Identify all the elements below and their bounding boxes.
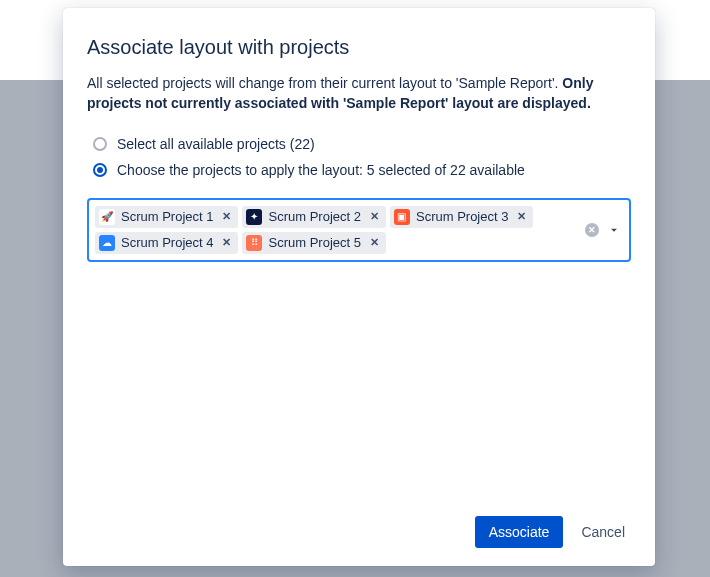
cancel-button[interactable]: Cancel [575, 516, 631, 548]
description-text: All selected projects will change from t… [87, 75, 562, 91]
close-icon[interactable]: ✕ [367, 236, 382, 249]
project-avatar-icon: ✦ [246, 209, 262, 225]
chevron-down-icon[interactable] [607, 223, 621, 237]
radio-icon [93, 137, 107, 151]
select-controls: ✕ [585, 223, 621, 237]
project-avatar-icon: ▣ [394, 209, 410, 225]
dialog-description: All selected projects will change from t… [87, 73, 631, 114]
associate-button[interactable]: Associate [475, 516, 564, 548]
project-chip-label: Scrum Project 5 [268, 235, 360, 250]
radio-label: Select all available projects (22) [117, 136, 315, 152]
close-icon[interactable]: ✕ [219, 210, 234, 223]
dialog-title: Associate layout with projects [87, 36, 631, 59]
associate-layout-dialog: Associate layout with projects All selec… [63, 8, 655, 566]
close-icon[interactable]: ✕ [367, 210, 382, 223]
radio-icon [93, 163, 107, 177]
project-avatar-icon: ☁ [99, 235, 115, 251]
project-chip-label: Scrum Project 3 [416, 209, 508, 224]
close-icon[interactable]: ✕ [219, 236, 234, 249]
project-chip: 🚀Scrum Project 1✕ [95, 206, 238, 228]
project-chip: ✦Scrum Project 2✕ [242, 206, 385, 228]
clear-all-icon[interactable]: ✕ [585, 223, 599, 237]
project-chip-label: Scrum Project 4 [121, 235, 213, 250]
radio-choose-projects[interactable]: Choose the projects to apply the layout:… [93, 162, 631, 178]
radio-select-all[interactable]: Select all available projects (22) [93, 136, 631, 152]
project-chip: ☁Scrum Project 4✕ [95, 232, 238, 254]
radio-label: Choose the projects to apply the layout:… [117, 162, 525, 178]
close-icon[interactable]: ✕ [514, 210, 529, 223]
project-chip-label: Scrum Project 1 [121, 209, 213, 224]
project-multiselect[interactable]: 🚀Scrum Project 1✕✦Scrum Project 2✕▣Scrum… [87, 198, 631, 262]
dialog-footer: Associate Cancel [87, 516, 631, 548]
project-chip-label: Scrum Project 2 [268, 209, 360, 224]
project-selection-radio-group: Select all available projects (22) Choos… [93, 136, 631, 188]
project-chip: ▣Scrum Project 3✕ [390, 206, 533, 228]
project-avatar-icon: ⠿ [246, 235, 262, 251]
project-avatar-icon: 🚀 [99, 209, 115, 225]
project-chip: ⠿Scrum Project 5✕ [242, 232, 385, 254]
